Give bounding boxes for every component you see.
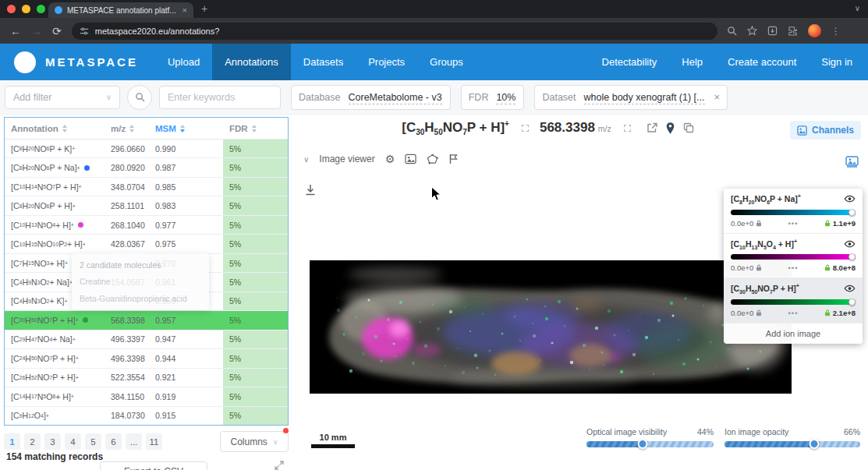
column-fdr[interactable]: FDR — [223, 124, 288, 133]
gear-icon[interactable]: ⚙ — [385, 154, 395, 164]
sort-icon[interactable] — [252, 125, 257, 133]
eye-icon[interactable] — [844, 284, 856, 292]
lock-icon[interactable] — [756, 220, 762, 227]
nav-item-help[interactable]: Help — [669, 44, 715, 80]
address-bar[interactable]: metaspace2020.eu/annotations? — [72, 23, 717, 40]
ion-image-canvas[interactable] — [310, 260, 792, 394]
minimize-window-button[interactable] — [22, 5, 30, 13]
dataset-filter-value[interactable]: whole body xenograft (1) [... — [583, 92, 713, 103]
back-button[interactable]: ← — [10, 26, 21, 37]
gradient-knob[interactable] — [849, 209, 856, 216]
column-annotation[interactable]: Annotation — [5, 124, 105, 133]
lock-icon[interactable] — [824, 309, 831, 316]
downloads-icon[interactable] — [767, 26, 778, 36]
page-number[interactable]: 3 — [44, 433, 61, 450]
optical-slider-knob[interactable] — [637, 439, 647, 449]
page-number[interactable]: 4 — [65, 433, 81, 450]
page-number[interactable]: 2 — [24, 433, 41, 450]
sort-icon[interactable] — [180, 125, 185, 133]
candidates-indicator[interactable] — [522, 125, 529, 132]
lock-icon[interactable] — [824, 220, 831, 227]
roi-polygon-icon[interactable] — [427, 154, 438, 164]
database-filter-value[interactable]: CoreMetabolome - v3 — [348, 92, 450, 103]
opacity-slider-knob[interactable] — [809, 439, 819, 449]
channel-min-value[interactable]: 0.0e+0 — [731, 309, 753, 317]
table-row[interactable]: [C8H20NO6P + Na]+280.09200.9875% — [5, 158, 288, 177]
dataset-filter-chip[interactable]: Dataset whole body xenograft (1) [... × — [534, 85, 728, 110]
bookmark-star-icon[interactable] — [747, 26, 757, 36]
table-row[interactable]: [C26H52NO7P + H]+522.35540.9215% — [5, 369, 288, 387]
external-link-icon[interactable] — [647, 122, 657, 133]
gradient-knob[interactable] — [849, 253, 856, 260]
page-number[interactable]: 1 — [4, 433, 20, 450]
channel-min-value[interactable]: 0.0e+0 — [731, 219, 753, 228]
tab-search-icon[interactable]: ∨ — [855, 4, 860, 12]
channel-menu-icon[interactable]: ••• — [764, 219, 821, 228]
lock-icon[interactable] — [756, 264, 762, 271]
nav-item-upload[interactable]: Upload — [155, 44, 212, 80]
keyword-search-button[interactable] — [127, 85, 152, 110]
copy-icon[interactable] — [683, 122, 694, 133]
page-ellipsis[interactable]: ... — [126, 433, 142, 450]
mz-info-indicator[interactable] — [624, 125, 631, 132]
table-row[interactable]: [C8H20NO6P + H]+258.11010.9835% — [5, 196, 288, 215]
table-row[interactable]: [C10H15N5O10P2 + H]+428.03670.9755% — [5, 235, 288, 253]
intensity-gradient[interactable] — [731, 210, 856, 215]
close-window-button[interactable] — [7, 5, 16, 13]
channel-menu-icon[interactable]: ••• — [764, 263, 821, 272]
page-number[interactable]: 6 — [105, 433, 122, 450]
sort-icon[interactable] — [62, 125, 67, 133]
channel-menu-icon[interactable]: ••• — [764, 309, 821, 317]
add-ion-image-button[interactable]: Add ion image — [724, 323, 863, 344]
channel-max-value[interactable]: 2.1e+8 — [833, 309, 856, 317]
table-row[interactable]: [C10H13N5O4 + H]+268.10400.9775% — [5, 216, 288, 235]
image-viewer-label[interactable]: Image viewer — [319, 154, 374, 164]
sort-icon[interactable] — [129, 125, 134, 133]
channels-button[interactable]: Channels — [790, 121, 861, 140]
add-filter-select[interactable]: Add filter ∨ — [5, 86, 120, 109]
remove-dataset-filter-icon[interactable]: × — [713, 91, 728, 103]
collapse-chevron-icon[interactable]: ∨ — [303, 155, 309, 164]
browser-menu-icon[interactable]: ⋮ — [831, 27, 841, 36]
brand-name[interactable]: METASPACE — [45, 55, 138, 69]
page-number[interactable]: 11 — [146, 433, 162, 450]
eye-icon[interactable] — [844, 240, 856, 248]
zoom-window-button[interactable] — [37, 5, 45, 13]
eye-icon[interactable] — [844, 195, 856, 203]
extensions-puzzle-icon[interactable] — [788, 26, 798, 36]
download-icon[interactable] — [304, 184, 317, 196]
opacity-slider-track[interactable] — [725, 441, 860, 447]
nav-item-create-account[interactable]: Create account — [715, 44, 809, 80]
site-settings-icon[interactable] — [80, 27, 89, 36]
tab-close-icon[interactable]: × — [182, 6, 187, 15]
location-pin-icon[interactable] — [666, 122, 675, 134]
columns-button[interactable]: Columns ∨ — [220, 431, 289, 452]
channel-max-value[interactable]: 8.0e+8 — [833, 263, 856, 272]
table-row[interactable]: [C30H50NO7P + H]+568.33980.9575% — [5, 311, 288, 330]
lock-icon[interactable] — [824, 264, 831, 271]
database-filter-chip[interactable]: Database CoreMetabolome - v3 — [291, 85, 451, 110]
optical-image-icon[interactable] — [405, 154, 416, 164]
export-csv-button[interactable]: Export to CSV — [100, 461, 207, 470]
channel-card[interactable]: [C30H50NO7P + H]+ 0.0e+0 ••• 2.1e+8 — [724, 278, 863, 323]
browser-tab[interactable]: METASPACE annotation platf... × — [48, 2, 193, 18]
channel-card[interactable]: [C8H20NO6P + Na]+ 0.0e+0 ••• 1.1e+9 — [724, 189, 863, 234]
table-row[interactable]: [C14H17N5O8 + H]+384.11500.9195% — [5, 387, 288, 406]
pin-flag-icon[interactable] — [448, 154, 459, 164]
table-row[interactable]: [C24H50NO7P + H]+496.33980.9445% — [5, 349, 288, 368]
table-row[interactable]: [C29H47NO4 + Na]+496.33970.9475% — [5, 330, 288, 349]
optical-slider-track[interactable] — [586, 441, 714, 447]
profile-avatar[interactable] — [808, 24, 821, 37]
channel-min-value[interactable]: 0.0e+0 — [731, 263, 753, 272]
lock-icon[interactable] — [756, 309, 762, 316]
channel-max-value[interactable]: 1.1e+9 — [833, 219, 856, 228]
page-number[interactable]: 5 — [85, 433, 101, 450]
nav-item-sign-in[interactable]: Sign in — [809, 44, 865, 80]
nav-item-groups[interactable]: Groups — [417, 44, 476, 80]
new-tab-button[interactable]: + — [201, 2, 207, 15]
search-icon[interactable] — [727, 26, 737, 36]
reload-button[interactable]: ⟳ — [52, 26, 62, 37]
ion-image-icon[interactable] — [845, 156, 859, 168]
keywords-input[interactable] — [159, 86, 281, 109]
nav-item-detectability[interactable]: Detectability — [590, 44, 670, 80]
